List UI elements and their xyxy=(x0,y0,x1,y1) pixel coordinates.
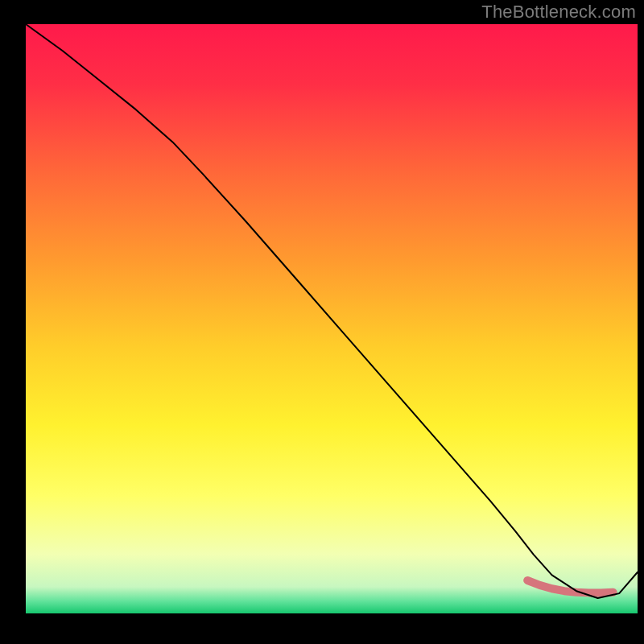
chart-container: TheBottleneck.com xyxy=(0,0,644,644)
bottleneck-chart xyxy=(0,0,644,644)
